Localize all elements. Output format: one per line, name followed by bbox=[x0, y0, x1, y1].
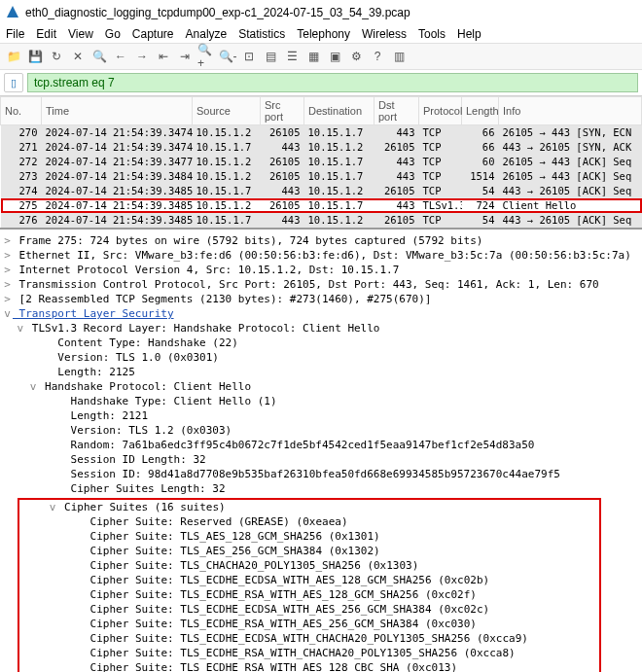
zoom-out-icon[interactable]: 🔍- bbox=[218, 47, 237, 66]
list-icon[interactable]: ☰ bbox=[282, 47, 302, 66]
skip-fwd-icon[interactable]: ⇥ bbox=[175, 47, 195, 66]
cipher-suites-header[interactable]: v Cipher Suites (16 suites) bbox=[21, 500, 597, 514]
chart-icon[interactable]: ▥ bbox=[389, 47, 409, 66]
packet-row[interactable]: 2752024-07-14 21:54:39.34853310.15.1.226… bbox=[1, 198, 642, 213]
detail-line[interactable]: Random: 7a61ba6edc3ff95c4b0672c7f1de5bf4… bbox=[2, 438, 640, 452]
summary-line[interactable]: > Frame 275: 724 bytes on wire (5792 bit… bbox=[2, 233, 640, 248]
detail-line[interactable]: Handshake Type: Client Hello (1) bbox=[2, 394, 640, 408]
packet-row[interactable]: 2732024-07-14 21:54:39.34847110.15.1.226… bbox=[1, 169, 642, 184]
summary-line[interactable]: > Transmission Control Protocol, Src Por… bbox=[2, 277, 640, 292]
main-toolbar: 📁💾↻✕🔍←→⇤⇥🔍+🔍-⊡▤☰▦▣⚙?▥ bbox=[0, 43, 642, 70]
gear-icon[interactable]: ⚙ bbox=[346, 47, 366, 66]
right-icon[interactable]: → bbox=[132, 47, 152, 66]
cipher-suite[interactable]: Cipher Suite: TLS_AES_128_GCM_SHA256 (0x… bbox=[21, 529, 597, 544]
packet-row[interactable]: 2762024-07-14 21:54:39.34854410.15.1.744… bbox=[1, 213, 642, 228]
column-header[interactable]: Source bbox=[193, 97, 261, 125]
skip-back-icon[interactable]: ⇤ bbox=[154, 47, 173, 66]
zoom-fit-icon[interactable]: ⊡ bbox=[239, 47, 259, 66]
display-filter-bar: ▯ bbox=[0, 70, 642, 96]
column-header[interactable]: Time bbox=[42, 97, 193, 125]
app-icon bbox=[6, 5, 19, 21]
cipher-suite[interactable]: Cipher Suite: TLS_ECDHE_ECDSA_WITH_AES_2… bbox=[21, 602, 597, 617]
menu-wireless[interactable]: Wireless bbox=[362, 27, 407, 41]
cipher-suite[interactable]: Cipher Suite: TLS_ECDHE_RSA_WITH_AES_128… bbox=[21, 660, 597, 672]
packet-row[interactable]: 2742024-07-14 21:54:39.34850810.15.1.744… bbox=[1, 184, 642, 198]
cols-icon[interactable]: ▤ bbox=[261, 47, 280, 66]
menu-edit[interactable]: Edit bbox=[36, 27, 56, 41]
help-icon[interactable]: ? bbox=[368, 47, 387, 66]
cipher-suite[interactable]: Cipher Suite: TLS_AES_256_GCM_SHA384 (0x… bbox=[21, 544, 597, 558]
column-header[interactable]: Dst port bbox=[374, 97, 419, 125]
detail-line[interactable]: Version: TLS 1.2 (0x0303) bbox=[2, 423, 640, 438]
column-header[interactable]: Info bbox=[499, 97, 642, 125]
column-header[interactable]: Length bbox=[462, 97, 499, 125]
cipher-suite[interactable]: Cipher Suite: TLS_ECDHE_ECDSA_WITH_CHACH… bbox=[21, 631, 597, 646]
detail-line[interactable]: Version: TLS 1.0 (0x0301) bbox=[2, 350, 640, 365]
filter-bookmark-icon[interactable]: ▯ bbox=[4, 73, 23, 92]
menu-analyze[interactable]: Analyze bbox=[186, 27, 228, 41]
detail-line[interactable]: Length: 2125 bbox=[2, 365, 640, 379]
menu-tools[interactable]: Tools bbox=[418, 27, 446, 41]
cipher-suite[interactable]: Cipher Suite: TLS_CHACHA20_POLY1305_SHA2… bbox=[21, 558, 597, 573]
column-header[interactable]: Src port bbox=[261, 97, 304, 125]
menu-go[interactable]: Go bbox=[105, 27, 121, 41]
cipher-suite[interactable]: Cipher Suite: TLS_ECDHE_RSA_WITH_AES_256… bbox=[21, 617, 597, 631]
menu-statistics[interactable]: Statistics bbox=[238, 27, 285, 41]
close-icon[interactable]: ✕ bbox=[68, 47, 88, 66]
detail-line[interactable]: Content Type: Handshake (22) bbox=[2, 336, 640, 350]
detail-line[interactable]: Session ID Length: 32 bbox=[2, 452, 640, 467]
cipher-suite[interactable]: Cipher Suite: TLS_ECDHE_RSA_WITH_CHACHA2… bbox=[21, 646, 597, 660]
window-title: eth0_diagnostic_logging_tcpdump00_exp-c1… bbox=[25, 6, 410, 19]
left-icon[interactable]: ← bbox=[111, 47, 130, 66]
summary-line[interactable]: > [2 Reassembled TCP Segments (2130 byte… bbox=[2, 292, 640, 306]
menu-view[interactable]: View bbox=[68, 27, 93, 41]
folder-icon[interactable]: 📁 bbox=[4, 47, 23, 66]
summary-line[interactable]: > Internet Protocol Version 4, Src: 10.1… bbox=[2, 263, 640, 277]
detail-line[interactable]: Length: 2121 bbox=[2, 408, 640, 423]
packet-list-pane[interactable]: No.TimeSourceSrc portDestinationDst port… bbox=[0, 96, 642, 230]
menu-file[interactable]: File bbox=[6, 27, 24, 41]
reload-icon[interactable]: ↻ bbox=[47, 47, 66, 66]
menu-help[interactable]: Help bbox=[457, 27, 482, 41]
stats-icon[interactable]: ▦ bbox=[303, 47, 323, 66]
detail-line[interactable]: Session ID: 98d41a8d7708e9b535baf26310bf… bbox=[2, 467, 640, 481]
search-icon[interactable]: 🔍 bbox=[89, 47, 109, 66]
column-header[interactable]: Destination bbox=[304, 97, 374, 125]
zoom-in-icon[interactable]: 🔍+ bbox=[196, 47, 216, 66]
packet-row[interactable]: 2702024-07-14 21:54:39.34743010.15.1.226… bbox=[1, 125, 642, 141]
packet-row[interactable]: 2722024-07-14 21:54:39.34773610.15.1.226… bbox=[1, 155, 642, 169]
packet-row[interactable]: 2712024-07-14 21:54:39.34749610.15.1.744… bbox=[1, 140, 642, 155]
display-filter-input[interactable] bbox=[27, 73, 638, 92]
window-titlebar: eth0_diagnostic_logging_tcpdump00_exp-c1… bbox=[0, 0, 642, 25]
disk-icon[interactable]: 💾 bbox=[25, 47, 45, 66]
detail-line[interactable]: Cipher Suites Length: 32 bbox=[2, 481, 640, 496]
menu-capture[interactable]: Capture bbox=[132, 27, 174, 41]
menu-telephony[interactable]: Telephony bbox=[297, 27, 350, 41]
tls-root[interactable]: v Transport Layer Security bbox=[2, 306, 640, 321]
cipher-suites-highlight-box: v Cipher Suites (16 suites) Cipher Suite… bbox=[18, 498, 601, 672]
color-icon[interactable]: ▣ bbox=[325, 47, 344, 66]
menu-bar: FileEditViewGoCaptureAnalyzeStatisticsTe… bbox=[0, 25, 642, 43]
packet-details-pane[interactable]: > Frame 275: 724 bytes on wire (5792 bit… bbox=[0, 230, 642, 672]
column-header[interactable]: Protocol bbox=[419, 97, 462, 125]
column-header[interactable]: No. bbox=[1, 97, 42, 125]
cipher-suite[interactable]: Cipher Suite: TLS_ECDHE_ECDSA_WITH_AES_1… bbox=[21, 573, 597, 587]
handshake-protocol[interactable]: v Handshake Protocol: Client Hello bbox=[2, 379, 640, 394]
cipher-suite[interactable]: Cipher Suite: Reserved (GREASE) (0xeaea) bbox=[21, 514, 597, 529]
tls-record[interactable]: v TLSv1.3 Record Layer: Handshake Protoc… bbox=[2, 321, 640, 336]
summary-line[interactable]: > Ethernet II, Src: VMware_b3:fe:d6 (00:… bbox=[2, 248, 640, 263]
cipher-suite[interactable]: Cipher Suite: TLS_ECDHE_RSA_WITH_AES_128… bbox=[21, 587, 597, 602]
